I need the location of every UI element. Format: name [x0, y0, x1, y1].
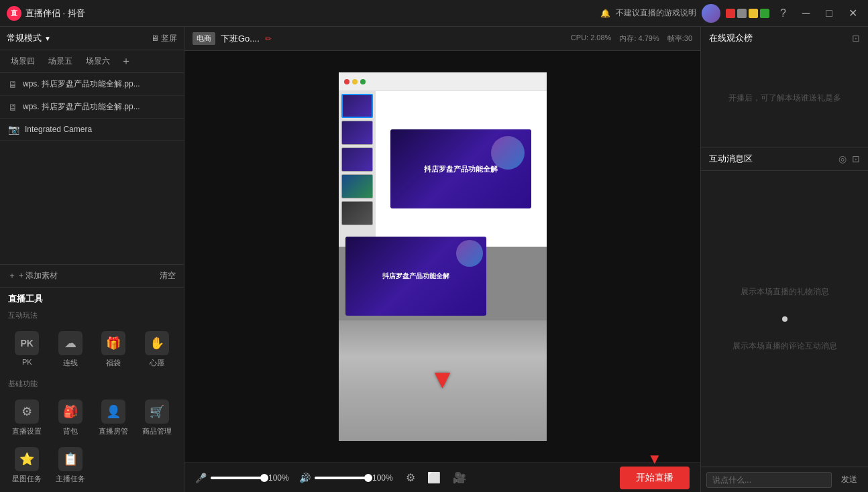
tool-room-manager-label: 直播房管 — [99, 426, 128, 436]
tool-pk-label: PK — [22, 358, 32, 366]
warning-text: 不建议直播的游戏说明 — [616, 7, 696, 19]
close-button[interactable]: ✕ — [845, 4, 861, 22]
send-button[interactable]: 发送 — [836, 471, 863, 488]
app-name: 直播伴侣 · 抖音 — [25, 7, 85, 19]
tool-wish[interactable]: ✋ 心愿 — [135, 326, 179, 373]
pk-icon: PK — [15, 331, 39, 355]
scene-tabs: 场景四 场景五 场景六 ＋ — [0, 50, 184, 73]
camera-button[interactable]: 🎥 — [450, 469, 469, 487]
help-button[interactable]: ? — [776, 5, 790, 22]
tool-live-settings[interactable]: ⚙ 直播设置 — [5, 394, 49, 442]
bottom-toolbar-left: 🎤 100% 🔊 100% ⚙ — [195, 469, 612, 487]
app-logo: 直 直播伴侣 · 抖音 — [7, 6, 85, 21]
audience-header: 在线观众榜 ⊡ — [701, 27, 868, 50]
mem-stat: 内存: 4.79% — [619, 34, 659, 44]
main-layout: 常规模式 ▼ 🖥 竖屏 场景四 场景五 场景六 ＋ 🖥 wps. 抖店罗盘产品功… — [0, 27, 868, 492]
scene-tab-4[interactable]: 场景四 — [5, 53, 40, 70]
vertical-label: 竖屏 — [161, 33, 177, 44]
left-panel: 常规模式 ▼ 🖥 竖屏 场景四 场景五 场景六 ＋ 🖥 wps. 抖店罗盘产品功… — [0, 27, 184, 492]
interaction-settings-button[interactable]: ◎ — [838, 153, 847, 164]
interaction-area: 互动消息区 ◎ ⊡ 展示本场直播的礼物消息 展示本场直播的评论互动消息 发送 — [701, 147, 868, 492]
chat-input[interactable] — [706, 472, 832, 488]
titlebar-actions: ? ─ □ ✕ — [776, 4, 861, 22]
tool-pk[interactable]: PK PK — [5, 326, 49, 373]
mic-slider[interactable] — [211, 477, 264, 479]
mic-slider-group: 🎤 100% — [195, 473, 292, 483]
tool-star-task-label: 星图任务 — [12, 474, 42, 484]
vertical-mode-button[interactable]: 🖥 竖屏 — [151, 33, 177, 44]
avatar — [702, 4, 720, 23]
slide-thumb-2[interactable] — [341, 121, 373, 145]
tool-backpack-label: 背包 — [63, 426, 78, 436]
color-dot-yellow — [749, 9, 758, 18]
center-area: 电商 下班Go.... ✏ CPU: 2.08% 内存: 4.79% 帧率:30 — [184, 27, 700, 492]
slide-thumb-3[interactable] — [341, 147, 373, 172]
tool-connect[interactable]: ☁ 连线 — [49, 326, 93, 373]
add-scene-button[interactable]: ＋ — [121, 54, 131, 68]
tool-backpack[interactable]: 🎒 背包 — [49, 394, 93, 442]
interaction-divider — [769, 311, 801, 327]
audience-icons: ⊡ — [852, 33, 860, 44]
mic-value: 100% — [268, 473, 292, 483]
scene-tab-6[interactable]: 场景六 — [80, 53, 115, 70]
bottom-toolbar: 🎤 100% 🔊 100% ⚙ — [184, 463, 700, 492]
star-task-icon: ⭐ — [15, 447, 39, 471]
basic-sub-header: 基础功能 — [0, 376, 184, 391]
minimize-button[interactable]: ─ — [798, 5, 814, 22]
slide-thumb-1[interactable] — [341, 94, 373, 118]
tool-room-manager[interactable]: 👤 直播房管 — [92, 394, 135, 442]
lucky-bag-icon: 🎁 — [101, 331, 125, 355]
comment-message-text: 展示本场直播的评论互动消息 — [733, 341, 837, 352]
tool-star-task[interactable]: ⭐ 星图任务 — [5, 442, 49, 489]
maximize-button[interactable]: □ — [822, 5, 836, 22]
screen-share-button[interactable]: ⬜ — [425, 469, 443, 487]
audio-settings-button[interactable]: ⚙ — [403, 469, 418, 487]
stats-bar: CPU: 2.08% 内存: 4.79% 帧率:30 — [571, 34, 692, 44]
mode-bar: 常规模式 ▼ 🖥 竖屏 — [0, 27, 184, 50]
speaker-icon: 🔊 — [299, 473, 311, 483]
source-item-camera[interactable]: 📷 Integrated Camera — [0, 119, 184, 141]
gift-message-text: 展示本场直播的礼物消息 — [741, 286, 829, 298]
color-bar — [726, 9, 769, 18]
mode-arrow-icon: ▼ — [44, 35, 51, 42]
backpack-icon: 🎒 — [58, 399, 83, 424]
tool-product-management[interactable]: 🛒 商品管理 — [135, 394, 179, 442]
mode-button[interactable]: 常规模式 ▼ — [7, 32, 51, 44]
source-item-wps2[interactable]: 🖥 wps. 抖店罗盘产品功能全解.pp... — [0, 96, 184, 119]
color-dot-gray — [737, 9, 747, 18]
add-material-button[interactable]: ＋ + 添加素材 — [8, 270, 58, 282]
canvas-inner: 抖店罗盘产品功能全解 抖店罗盘产品功能全解 ▼ — [339, 72, 547, 441]
slide-text-1: 抖店罗盘产品功能全解 — [424, 164, 498, 174]
edit-icon[interactable]: ✏ — [265, 34, 272, 44]
mic-icon: 🎤 — [195, 473, 207, 483]
add-material-row: ＋ + 添加素材 清空 — [0, 264, 184, 288]
titlebar: 直 直播伴侣 · 抖音 🔔 不建议直播的游戏说明 ? ─ □ ✕ — [0, 0, 868, 27]
tool-connect-label: 连线 — [63, 358, 78, 368]
tool-lucky-bag-label: 福袋 — [106, 358, 121, 368]
source-item-wps1[interactable]: 🖥 wps. 抖店罗盘产品功能全解.pp... — [0, 73, 184, 96]
interaction-sub-header: 互动玩法 — [0, 308, 184, 323]
source-list: 🖥 wps. 抖店罗盘产品功能全解.pp... 🖥 wps. 抖店罗盘产品功能全… — [0, 73, 184, 264]
slide-content: 抖店罗盘产品功能全解 — [390, 129, 531, 208]
preview-second: 抖店罗盘产品功能全解 — [345, 237, 486, 316]
tool-lucky-bag[interactable]: 🎁 福袋 — [92, 326, 135, 373]
cpu-stat: CPU: 2.08% — [571, 34, 612, 44]
color-dot-green — [760, 9, 769, 18]
source-name-camera: Integrated Camera — [25, 125, 176, 134]
audience-expand-button[interactable]: ⊡ — [852, 33, 860, 44]
scene-tab-5[interactable]: 场景五 — [43, 53, 78, 70]
interaction-expand-button[interactable]: ⊡ — [852, 153, 860, 164]
wps-dot-yellow — [352, 79, 358, 84]
start-live-button[interactable]: 开始直播 — [620, 467, 690, 489]
speaker-slider[interactable] — [315, 477, 368, 479]
titlebar-center: 🔔 不建议直播的游戏说明 — [600, 4, 769, 23]
canvas-wrapper: 抖店罗盘产品功能全解 抖店罗盘产品功能全解 ▼ — [184, 51, 700, 463]
room-manager-icon: 👤 — [101, 399, 125, 424]
slide-thumb-4[interactable] — [341, 174, 373, 198]
wps-slides: 抖店罗盘产品功能全解 — [339, 91, 547, 247]
tool-anchor-task[interactable]: 📋 主播任务 — [49, 442, 93, 489]
clear-button[interactable]: 清空 — [160, 270, 176, 282]
speaker-value: 100% — [372, 473, 396, 483]
slide-thumb-5[interactable] — [341, 201, 373, 225]
plus-icon: ＋ — [8, 270, 16, 282]
